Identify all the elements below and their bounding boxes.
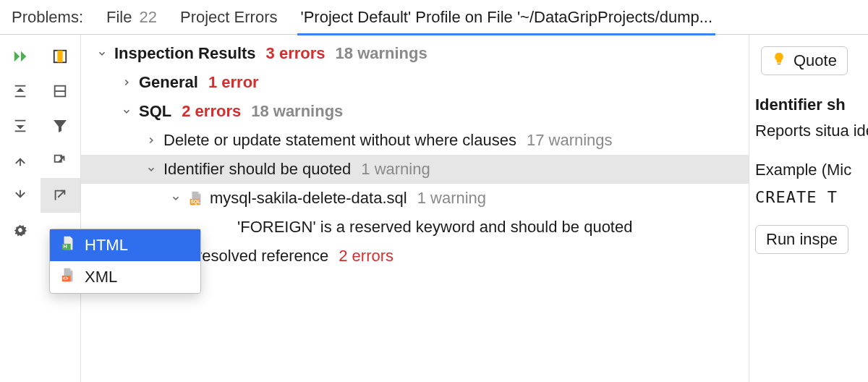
export-results-button[interactable]: [41, 178, 81, 213]
svg-rect-5: [55, 90, 66, 92]
tree-identifier-quoted[interactable]: Identifier should be quoted 1 warning: [81, 155, 749, 184]
tab-project-errors-label: Project Errors: [180, 8, 277, 27]
svg-text:H: H: [64, 243, 67, 250]
inspection-detail-panel: Quote Identifier sh Reports situa identi…: [749, 35, 868, 382]
expand-all-button[interactable]: [0, 74, 41, 109]
sql-file-icon: SQL: [188, 190, 204, 206]
export-popup-menu: H HTML <> XML: [49, 229, 201, 294]
export-button[interactable]: [41, 143, 81, 178]
prev-button[interactable]: [0, 143, 41, 178]
tree-foreign-label: 'FOREIGN' is a reserved keyword and shou…: [213, 218, 632, 237]
chevron-down-icon[interactable]: [139, 164, 163, 174]
tab-file[interactable]: File 22: [106, 8, 157, 27]
tree-file-warn: 1 warning: [417, 189, 486, 208]
highlight-button[interactable]: [41, 39, 81, 74]
autoscroll-button[interactable]: [41, 74, 81, 109]
tree-general-errors: 1 error: [208, 73, 259, 92]
chevron-right-icon[interactable]: [139, 135, 163, 145]
settings-button[interactable]: [0, 213, 41, 247]
svg-rect-10: [778, 64, 781, 65]
quote-button[interactable]: Quote: [761, 46, 848, 75]
tree-general[interactable]: General 1 error: [81, 68, 749, 97]
tree-general-label: General: [139, 73, 198, 92]
export-xml-label: XML: [85, 268, 117, 286]
run-inspection-label: Run inspe: [766, 230, 838, 249]
tree-root-warnings: 18 warnings: [336, 44, 427, 63]
detail-example: Example (Mic: [755, 161, 868, 179]
detail-body: Reports situa identifier nam: [755, 120, 868, 142]
svg-text:SQL: SQL: [191, 199, 200, 205]
lightbulb-icon: [772, 51, 786, 70]
svg-rect-6: [14, 120, 25, 122]
tree-unresolved-label: resolved reference: [197, 247, 328, 266]
tree-root-label: Inspection Results: [114, 44, 256, 63]
tree-root-errors: 3 errors: [266, 44, 326, 63]
svg-text:<>: <>: [63, 276, 69, 281]
tree-file-label: mysql-sakila-delete-data.sql: [210, 189, 407, 208]
tree-sql[interactable]: SQL 2 errors 18 warnings: [81, 97, 749, 126]
tree-identifier-label: Identifier should be quoted: [163, 160, 351, 179]
header-tabs: Problems: File 22 Project Errors 'Projec…: [0, 0, 868, 35]
problems-label: Problems:: [12, 8, 83, 27]
tree-sql-warnings: 18 warnings: [251, 102, 343, 121]
chevron-down-icon[interactable]: [114, 106, 139, 116]
tree-delete-warn: 17 warnings: [527, 131, 613, 150]
export-xml-item[interactable]: <> XML: [50, 261, 200, 293]
rerun-button[interactable]: [0, 39, 41, 74]
run-inspection-button[interactable]: Run inspe: [755, 225, 848, 254]
chevron-right-icon[interactable]: [114, 77, 139, 88]
tab-file-count: 22: [140, 8, 157, 27]
inspection-toolbar: [0, 35, 81, 382]
tab-project-errors[interactable]: Project Errors: [180, 8, 277, 27]
xml-file-icon: <>: [60, 267, 76, 287]
detail-title: Identifier sh: [755, 96, 868, 114]
tree-root[interactable]: Inspection Results 3 errors 18 warnings: [81, 39, 749, 68]
next-button[interactable]: [0, 178, 41, 213]
chevron-down-icon[interactable]: [90, 48, 114, 59]
export-html-item[interactable]: H HTML: [50, 229, 200, 261]
html-file-icon: H: [60, 235, 76, 255]
tree-sql-label: SQL: [139, 102, 171, 121]
quote-button-label: Quote: [793, 51, 837, 70]
tree-delete-label: Delete or update statement without where…: [163, 131, 516, 150]
svg-rect-3: [14, 96, 25, 97]
export-html-label: HTML: [85, 236, 128, 255]
detail-code: CREATE T: [755, 188, 868, 206]
filter-button[interactable]: [41, 109, 81, 143]
svg-rect-2: [14, 85, 25, 87]
collapse-all-button[interactable]: [0, 109, 41, 143]
tab-profile[interactable]: 'Project Default' Profile on File '~/Dat…: [300, 8, 712, 27]
tab-profile-label: 'Project Default' Profile on File '~/Dat…: [300, 8, 712, 27]
tree-unresolved-err: 2 errors: [339, 247, 393, 266]
svg-rect-7: [14, 130, 25, 132]
svg-rect-1: [58, 51, 63, 63]
tree-sql-errors: 2 errors: [182, 102, 241, 121]
main-layout: Inspection Results 3 errors 18 warnings …: [0, 35, 868, 382]
chevron-down-icon[interactable]: [163, 193, 188, 203]
tree-identifier-warn: 1 warning: [361, 160, 430, 179]
inspection-tree[interactable]: Inspection Results 3 errors 18 warnings …: [81, 35, 749, 382]
tab-file-label: File: [106, 8, 132, 27]
tree-sql-file[interactable]: SQL mysql-sakila-delete-data.sql 1 warni…: [81, 184, 749, 213]
tree-delete-stmt[interactable]: Delete or update statement without where…: [81, 126, 749, 155]
